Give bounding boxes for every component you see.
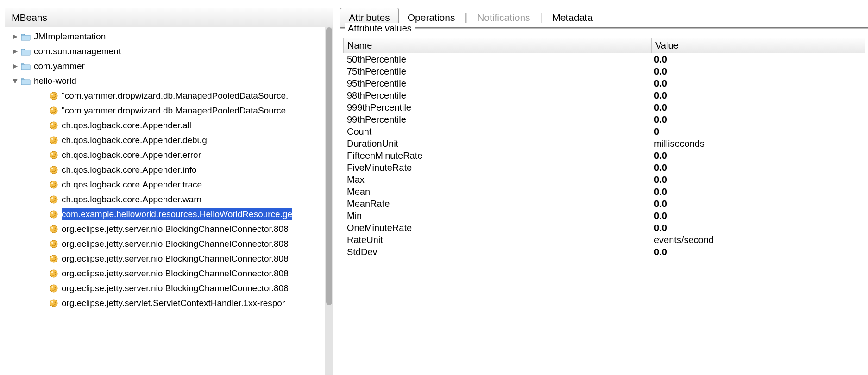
tree-bean[interactable]: "com.yammer.dropwizard.db.ManagedPooledD… [6, 88, 325, 103]
tree-label: org.eclipse.jetty.server.nio.BlockingCha… [62, 224, 289, 234]
tree-label: ch.qos.logback.core.Appender.error [62, 150, 201, 160]
tree-folder[interactable]: hello-world [6, 74, 325, 88]
tab-metadata[interactable]: Metadata [543, 8, 602, 27]
attr-name: StdDev [343, 246, 651, 258]
tree-bean[interactable]: org.eclipse.jetty.server.nio.BlockingCha… [6, 222, 325, 237]
tree-label: JMImplementation [34, 31, 106, 42]
attr-value: 0.0 [651, 174, 865, 186]
attr-name: MeanRate [343, 198, 651, 210]
disclosure-right-icon[interactable] [11, 62, 19, 70]
col-value[interactable]: Value [652, 38, 865, 53]
separator: | [464, 12, 468, 24]
bean-icon [49, 91, 59, 100]
tree-bean[interactable]: org.eclipse.jetty.servlet.ServletContext… [6, 296, 325, 311]
folder-icon [21, 47, 31, 56]
tree-folder[interactable]: com.yammer [6, 59, 325, 74]
tab-notifications[interactable]: Notifications [468, 8, 539, 27]
tree-bean[interactable]: ch.qos.logback.core.Appender.all [6, 118, 325, 133]
table-row[interactable]: OneMinuteRate0.0 [343, 222, 865, 234]
tree-label: hello-world [34, 76, 76, 86]
table-row[interactable]: RateUnitevents/second [343, 234, 865, 246]
bean-icon [49, 225, 59, 234]
separator: | [539, 12, 544, 24]
folder-icon [21, 76, 31, 86]
tree-label: ch.qos.logback.core.Appender.warn [62, 194, 201, 205]
table-row[interactable]: 98thPercentile0.0 [343, 89, 865, 101]
table-row[interactable]: FifteenMinuteRate0.0 [343, 150, 865, 162]
attr-name: RateUnit [343, 234, 651, 246]
attr-name: FiveMinuteRate [343, 162, 651, 174]
tabs: Attributes Operations | Notifications | … [340, 8, 868, 28]
table-row[interactable]: Mean0.0 [343, 186, 865, 198]
attr-name: Count [343, 125, 651, 138]
tree-bean[interactable]: ch.qos.logback.core.Appender.trace [6, 177, 325, 192]
col-name[interactable]: Name [344, 38, 652, 53]
mbeans-tree[interactable]: JMImplementationcom.sun.managementcom.ya… [5, 27, 325, 375]
table-row[interactable]: StdDev0.0 [343, 246, 865, 258]
tree-bean[interactable]: "com.yammer.dropwizard.db.ManagedPooledD… [6, 103, 325, 118]
table-row[interactable]: Min0.0 [343, 210, 865, 222]
tree-bean[interactable]: org.eclipse.jetty.server.nio.BlockingCha… [6, 251, 325, 266]
tree-folder[interactable]: com.sun.management [6, 44, 325, 59]
tree-bean[interactable]: org.eclipse.jetty.server.nio.BlockingCha… [6, 237, 325, 251]
tree-folder[interactable]: JMImplementation [6, 29, 325, 44]
bean-icon [49, 210, 59, 219]
bean-icon [49, 254, 59, 263]
attr-value: events/second [651, 234, 865, 246]
tree-bean[interactable]: ch.qos.logback.core.Appender.warn [6, 192, 325, 207]
tree-bean[interactable]: ch.qos.logback.core.Appender.error [6, 148, 325, 162]
tree-label: org.eclipse.jetty.server.nio.BlockingCha… [62, 269, 289, 279]
attr-value: 0.0 [651, 222, 865, 234]
bean-icon [49, 136, 59, 145]
mbeans-panel: MBeans JMImplementationcom.sun.managemen… [5, 8, 333, 375]
attr-name: Min [343, 210, 651, 222]
tree-bean[interactable]: org.eclipse.jetty.server.nio.BlockingCha… [6, 266, 325, 281]
tree-label: com.example.helloworld.resources.HelloWo… [62, 208, 292, 220]
tab-label: Notifications [477, 12, 530, 23]
table-header: Name Value [343, 38, 865, 53]
table-row[interactable]: Count0 [343, 125, 865, 138]
attr-value: 0 [651, 125, 865, 138]
tree-label: org.eclipse.jetty.server.nio.BlockingCha… [62, 283, 289, 294]
table-row[interactable]: 50thPercentile0.0 [343, 53, 865, 65]
col-name-label: Name [347, 40, 372, 50]
tree-wrap: JMImplementationcom.sun.managementcom.ya… [5, 27, 333, 375]
attr-value: milliseconds [651, 138, 865, 150]
attr-name: OneMinuteRate [343, 222, 651, 234]
tree-label: "com.yammer.dropwizard.db.ManagedPooledD… [62, 106, 288, 116]
disclosure-right-icon[interactable] [11, 47, 19, 56]
attr-name: 95thPercentile [343, 77, 651, 89]
table-row[interactable]: Max0.0 [343, 174, 865, 186]
disclosure-down-icon[interactable] [11, 77, 19, 85]
tree-label: org.eclipse.jetty.servlet.ServletContext… [62, 298, 285, 308]
table-body: 50thPercentile0.075thPercentile0.095thPe… [343, 53, 865, 258]
scrollbar-thumb[interactable] [326, 27, 332, 305]
scrollbar-vertical[interactable] [325, 27, 333, 375]
tree-bean[interactable]: com.example.helloworld.resources.HelloWo… [6, 207, 325, 222]
mbeans-title: MBeans [12, 12, 47, 23]
attr-name: 98thPercentile [343, 89, 651, 101]
details-panel: Attributes Operations | Notifications | … [340, 8, 868, 375]
bean-icon [49, 165, 59, 175]
attr-value: 0.0 [651, 198, 865, 210]
table-row[interactable]: 999thPercentile0.0 [343, 101, 865, 113]
tab-label: Metadata [552, 12, 593, 23]
attr-value: 0.0 [651, 65, 865, 77]
table-row[interactable]: FiveMinuteRate0.0 [343, 162, 865, 174]
table-row[interactable]: DurationUnitmilliseconds [343, 138, 865, 150]
table-row[interactable]: MeanRate0.0 [343, 198, 865, 210]
attr-value: 0.0 [651, 101, 865, 113]
tree-label: ch.qos.logback.core.Appender.trace [62, 180, 202, 190]
table-row[interactable]: 99thPercentile0.0 [343, 113, 865, 125]
tree-bean[interactable]: ch.qos.logback.core.Appender.info [6, 162, 325, 177]
table-row[interactable]: 75thPercentile0.0 [343, 65, 865, 77]
attribute-table: Name Value 50thPercentile0.075thPercenti… [343, 38, 865, 258]
tree-bean[interactable]: ch.qos.logback.core.Appender.debug [6, 133, 325, 148]
tree-label: ch.qos.logback.core.Appender.all [62, 120, 191, 131]
disclosure-right-icon[interactable] [11, 32, 19, 41]
tree-label: ch.qos.logback.core.Appender.debug [62, 135, 207, 145]
tree-bean[interactable]: org.eclipse.jetty.server.nio.BlockingCha… [6, 281, 325, 296]
group-label: Attribute values [345, 23, 415, 34]
table-row[interactable]: 95thPercentile0.0 [343, 77, 865, 89]
bean-icon [49, 150, 59, 160]
